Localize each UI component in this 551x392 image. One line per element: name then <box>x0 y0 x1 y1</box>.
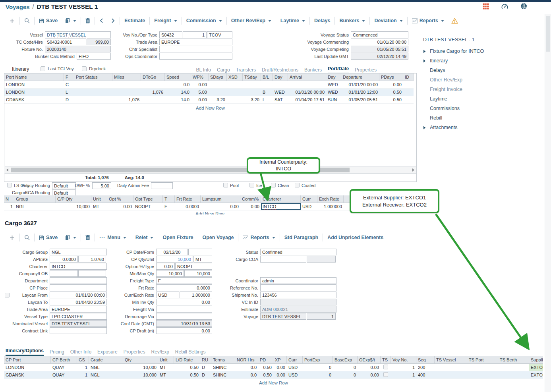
cell-opt-type[interactable]: NOOPT <box>133 203 163 210</box>
add-unpriced-elements-button[interactable]: Add Unpriced Elements <box>324 232 387 243</box>
cell-pd[interactable]: 0.50 <box>258 371 273 379</box>
cell-dtogo[interactable] <box>141 81 165 89</box>
contract-link-field[interactable] <box>50 327 107 334</box>
cell-ts[interactable] <box>381 364 391 371</box>
sidebar-item-freight-invoice[interactable]: Freight Invoice <box>423 85 538 94</box>
cell-cp-berth[interactable]: QUAY <box>51 371 77 379</box>
cell-ru[interactable]: D <box>200 371 211 379</box>
tc-code-hire-field[interactable]: 999.00 <box>87 39 111 45</box>
tab-exposure[interactable]: Exposure <box>97 349 118 356</box>
cell-grade[interactable]: NGL <box>89 371 123 379</box>
cell-portexp[interactable]: 0 <box>303 364 333 371</box>
tab-itinerary-options[interactable]: Itinerary/Options <box>6 348 44 356</box>
cell-ts-vessel[interactable] <box>435 364 467 371</box>
cell-sdays[interactable] <box>209 81 227 89</box>
cell-miles[interactable]: 1,076 <box>112 96 141 104</box>
cell-gs[interactable]: 1 <box>77 371 89 379</box>
cell-cp-port[interactable]: LONDON <box>4 364 51 371</box>
cell-voy-no[interactable]: 1 <box>391 371 416 379</box>
reports-button[interactable]: Reports <box>408 15 448 26</box>
next-button[interactable] <box>107 15 119 26</box>
min-inv-qty-field[interactable]: 0.00 <box>156 299 212 305</box>
tab-rev-exp[interactable]: Rev/Exp <box>151 349 169 356</box>
col-baseexp[interactable]: BaseExp <box>333 356 358 364</box>
vessel-field[interactable]: DTB TEST VESSEL <box>45 31 111 38</box>
cell-day[interactable]: SAT <box>273 96 288 104</box>
row-checkbox[interactable] <box>383 365 388 369</box>
cell-pd[interactable]: 0.50 <box>258 364 273 371</box>
cell-qty[interactable]: 10,000 <box>123 371 158 379</box>
col-xp[interactable]: XP <box>273 356 287 364</box>
conf-date-gmt-field[interactable]: 10/31/19 13:53 <box>156 320 212 327</box>
col-group[interactable]: Group <box>14 195 56 203</box>
std-paragraph-button[interactable]: Std Paragraph <box>281 232 322 243</box>
col-lumpsum[interactable]: Lumpsum <box>201 195 240 203</box>
cell-seq[interactable]: 400 <box>416 371 435 379</box>
deviation-button[interactable]: Deviation <box>371 15 406 26</box>
cp-date-form-field[interactable] <box>188 249 212 255</box>
cell-xsd[interactable] <box>227 96 243 104</box>
cell-dtogo[interactable]: 1,076 <box>141 89 165 96</box>
col-curr[interactable]: Curr <box>287 356 303 364</box>
col-opt-type[interactable]: Opt Type <box>133 195 163 203</box>
scroll-left-icon[interactable] <box>6 168 8 172</box>
clean-checkbox[interactable] <box>271 183 276 187</box>
commission-button[interactable]: Commission <box>183 15 226 26</box>
status-field[interactable]: Confirmed <box>260 249 336 255</box>
option-type-field[interactable]: NOOPT <box>175 263 212 270</box>
col-portexp[interactable]: PortExp <box>303 356 333 364</box>
cell-id[interactable] <box>403 81 414 89</box>
cell-curr[interactable]: USD <box>287 371 303 379</box>
vertical-scrollbar-thumb[interactable] <box>546 16 550 52</box>
cell-xp[interactable]: 0.00 <box>273 371 287 379</box>
daily-admin-fee-field[interactable] <box>151 182 173 189</box>
col-dtogo[interactable]: DToGo <box>141 73 165 81</box>
cp-qty-unit-field[interactable]: 10,000 <box>156 256 193 263</box>
col-unit[interactable]: Unit <box>158 356 174 364</box>
expand-arrow-icon[interactable] <box>423 50 427 53</box>
cell-comm[interactable]: 0.00 <box>240 203 261 210</box>
col-b-l[interactable]: B/L <box>261 73 273 81</box>
col-cp-port[interactable]: CP Port <box>4 356 51 364</box>
cell-terms[interactable]: SHINC <box>211 364 235 371</box>
voy-no-opr-type-field[interactable]: 1 <box>183 31 207 38</box>
cell-baseexp[interactable]: 0 <box>333 371 358 379</box>
cell-lumpsum[interactable]: 0.00 <box>201 203 240 210</box>
cell-id[interactable] <box>403 89 414 96</box>
col-pd[interactable]: PD <box>258 356 273 364</box>
freight-button[interactable]: Freight <box>151 15 180 26</box>
cell-day[interactable]: WED <box>273 89 288 96</box>
col-nor-hrs[interactable]: NOR Hrs <box>235 356 258 364</box>
voyage-completing-field[interactable]: 01/05/20 05:51 <box>351 46 408 52</box>
horizontal-scrollbar[interactable] <box>5 166 416 174</box>
cell-day[interactable]: WED <box>326 89 341 96</box>
voyage-status-field[interactable]: Commenced <box>351 31 408 38</box>
cell-ru[interactable]: D <box>200 364 211 371</box>
cell-speed[interactable]: 14.0 <box>165 89 191 96</box>
cell-group[interactable]: NGL <box>14 203 56 210</box>
globe-icon[interactable] <box>520 3 527 10</box>
cell-arrival[interactable]: 01/04/20 17:51 <box>288 96 326 104</box>
cell-portexp[interactable]: 0 <box>303 371 333 379</box>
cell-oexp-t[interactable]: 0.00 <box>358 364 381 371</box>
col-ts[interactable]: TS <box>381 356 391 364</box>
col-ts-berth[interactable]: TS Berth <box>498 356 529 364</box>
cell-wf[interactable]: 5.00 <box>191 89 209 96</box>
last-update-gmt-field[interactable]: 02/12/20 14:49 <box>351 53 408 60</box>
ls-only-checkbox[interactable] <box>7 183 12 187</box>
col-gs[interactable]: GS <box>77 356 89 364</box>
tab-properties[interactable]: Properties <box>124 349 145 356</box>
cp-place-field[interactable] <box>50 284 107 291</box>
cell-f[interactable]: L <box>64 89 74 96</box>
row-checkbox[interactable] <box>383 372 388 377</box>
api-sg-field[interactable]: 0.0000 <box>50 256 78 263</box>
breadcrumb-voyages-link[interactable]: Voyages <box>6 4 30 10</box>
col-l-d-rate[interactable]: L/D Rate <box>174 356 200 364</box>
col-curr[interactable]: Curr <box>301 195 317 203</box>
cell-b-l[interactable]: B <box>261 89 273 96</box>
delays-button[interactable]: Delays <box>311 15 334 26</box>
col-qty[interactable]: Qty <box>123 356 158 364</box>
vertical-scrollbar[interactable] <box>545 14 551 392</box>
copy-button[interactable] <box>61 232 80 243</box>
cell-f[interactable]: D <box>64 96 74 104</box>
